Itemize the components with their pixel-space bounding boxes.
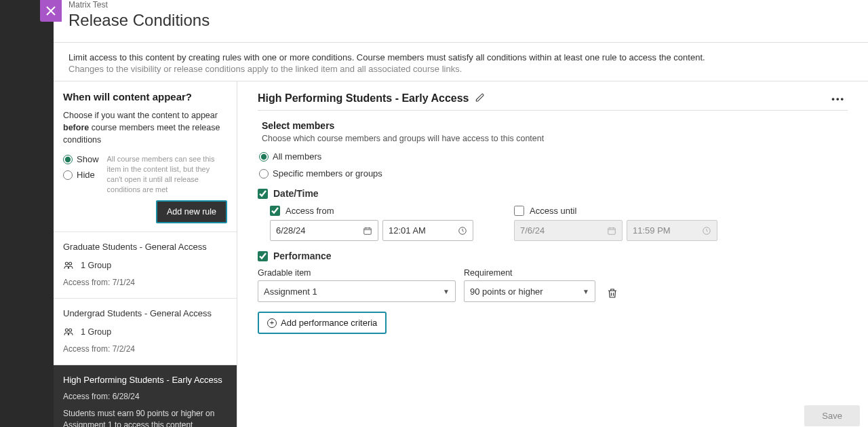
save-button[interactable]: Save [804, 405, 860, 426]
svg-rect-4 [364, 227, 372, 234]
breadcrumb: Matrix Test [68, 0, 853, 10]
add-perf-label: Add performance criteria [281, 318, 377, 328]
intro-sub: Changes to the visibility or release con… [68, 64, 853, 74]
datetime-label: Date/Time [273, 188, 319, 199]
rule-item-high-performing[interactable]: High Performing Students - Early Access … [54, 365, 237, 427]
rule-more-menu-button[interactable]: ••• [829, 94, 848, 104]
body-area: When will content appear? Choose if you … [54, 81, 868, 427]
sidebar-top: When will content appear? Choose if you … [54, 81, 237, 231]
add-performance-criteria-button[interactable]: + Add performance criteria [258, 312, 387, 334]
datetime-checkbox[interactable] [258, 189, 268, 199]
specific-members-radio[interactable] [259, 169, 269, 179]
sidebar-choose-text: Choose if you want the content to appear… [63, 109, 227, 146]
chevron-down-icon: ▼ [443, 288, 450, 295]
gradable-item-select[interactable]: Assignment 1 ▼ [258, 280, 456, 302]
obscured-backdrop [0, 0, 54, 427]
rule-meta: 1 Group [63, 260, 227, 271]
performance-section: Performance Gradable item Assignment 1 ▼… [258, 250, 848, 334]
pencil-icon [475, 93, 485, 103]
specific-members-option[interactable]: Specific members or groups [259, 168, 848, 179]
access-from-checkbox[interactable] [270, 206, 280, 216]
rule-item-graduate[interactable]: Graduate Students - General Access 1 Gro… [54, 231, 237, 298]
access-until-date-value: 7/6/24 [520, 225, 545, 236]
datetime-sub: Access from 6/28/24 12:01 AM [270, 206, 848, 241]
rule-group-count: 1 Group [81, 327, 111, 337]
calendar-icon[interactable] [363, 226, 372, 236]
add-new-rule-button[interactable]: Add new rule [156, 200, 227, 223]
group-icon [63, 260, 74, 271]
svg-point-1 [69, 262, 72, 265]
access-from-inputs: 6/28/24 12:01 AM [270, 220, 473, 241]
access-from-date-input[interactable]: 6/28/24 [270, 220, 378, 241]
add-rule-wrap: Add new rule [63, 200, 227, 223]
gradable-value: Assignment 1 [264, 286, 317, 297]
access-until-label: Access until [530, 206, 576, 216]
performance-row: Gradable item Assignment 1 ▼ Requirement… [258, 268, 848, 302]
visibility-show-radio[interactable] [63, 155, 73, 164]
panel-footer: Save [804, 404, 868, 427]
panel-header: Matrix Test Release Conditions [54, 0, 868, 35]
requirement-select[interactable]: 90 points or higher ▼ [464, 280, 595, 302]
close-icon [46, 6, 56, 16]
access-until-checkbox[interactable] [514, 206, 524, 216]
visibility-radio-col: Show Hide [63, 154, 99, 180]
select-members-heading: Select members [262, 120, 848, 131]
performance-sub: Gradable item Assignment 1 ▼ Requirement… [258, 268, 848, 334]
visibility-radio-row: Show Hide All course members can see thi… [63, 154, 227, 194]
rule-access-from: Access from: 7/2/24 [63, 344, 227, 354]
rule-description: Students must earn 90 points or higher o… [63, 408, 227, 427]
delete-criteria-button[interactable] [604, 284, 621, 302]
all-members-label: All members [273, 151, 321, 162]
rule-meta: 1 Group [63, 327, 227, 337]
specific-members-label: Specific members or groups [273, 168, 382, 179]
access-from-time-input[interactable]: 12:01 AM [382, 220, 473, 241]
performance-check-row: Performance [258, 250, 848, 261]
plus-circle-icon: + [267, 318, 277, 328]
clock-icon[interactable] [458, 226, 467, 236]
svg-point-0 [65, 262, 68, 265]
choose-bold: before [63, 123, 89, 132]
rule-access-from: Access from: 6/28/24 [63, 392, 227, 401]
access-until-time-value: 11:59 PM [633, 225, 671, 236]
rule-name: Undergrad Students - General Access [63, 308, 227, 318]
rule-group-count: 1 Group [81, 261, 111, 270]
rule-name: Graduate Students - General Access [63, 242, 227, 252]
sidebar-heading: When will content appear? [63, 91, 227, 103]
requirement-label: Requirement [464, 268, 595, 278]
rule-item-undergrad[interactable]: Undergrad Students - General Access 1 Gr… [54, 298, 237, 365]
visibility-show-option[interactable]: Show [63, 154, 99, 164]
rule-name: High Performing Students - Early Access [63, 375, 227, 385]
rules-sidebar: When will content appear? Choose if you … [54, 81, 237, 427]
access-until-inputs: 7/6/24 11:59 PM [514, 220, 717, 241]
visibility-show-label: Show [77, 154, 99, 164]
rule-head: High Performing Students - Early Access … [258, 92, 848, 111]
all-members-radio[interactable] [259, 152, 269, 162]
close-button[interactable] [40, 0, 62, 22]
trash-icon [606, 287, 618, 299]
performance-checkbox[interactable] [258, 251, 268, 261]
visibility-hide-radio[interactable] [63, 170, 73, 180]
release-conditions-panel: Matrix Test Release Conditions Limit acc… [54, 0, 868, 427]
access-until-time-input: 11:59 PM [627, 220, 717, 241]
access-from-label: Access from [285, 206, 334, 216]
access-until-date-input: 7/6/24 [514, 220, 623, 241]
access-until-col: Access until 7/6/24 11:59 PM [514, 206, 717, 241]
svg-rect-6 [608, 227, 616, 234]
datetime-row: Access from 6/28/24 12:01 AM [270, 206, 848, 241]
datetime-section: Date/Time Access from 6/28/24 [258, 188, 848, 241]
rule-access-from: Access from: 7/1/24 [63, 278, 227, 287]
intro-main: Limit access to this content by creating… [68, 52, 853, 62]
performance-label: Performance [273, 250, 332, 261]
chevron-down-icon: ▼ [583, 288, 589, 295]
clock-icon [702, 226, 711, 236]
nav-placeholder-icon [21, 10, 33, 22]
access-from-time-value: 12:01 AM [389, 225, 426, 236]
requirement-col: Requirement 90 points or higher ▼ [464, 268, 595, 302]
edit-rule-title-button[interactable] [475, 93, 485, 105]
requirement-value: 90 points or higher [470, 286, 543, 297]
visibility-hide-option[interactable]: Hide [63, 170, 99, 180]
datetime-check-row: Date/Time [258, 188, 848, 199]
all-members-option[interactable]: All members [259, 151, 848, 162]
rule-detail-main: High Performing Students - Early Access … [237, 81, 868, 427]
svg-point-3 [69, 329, 72, 331]
